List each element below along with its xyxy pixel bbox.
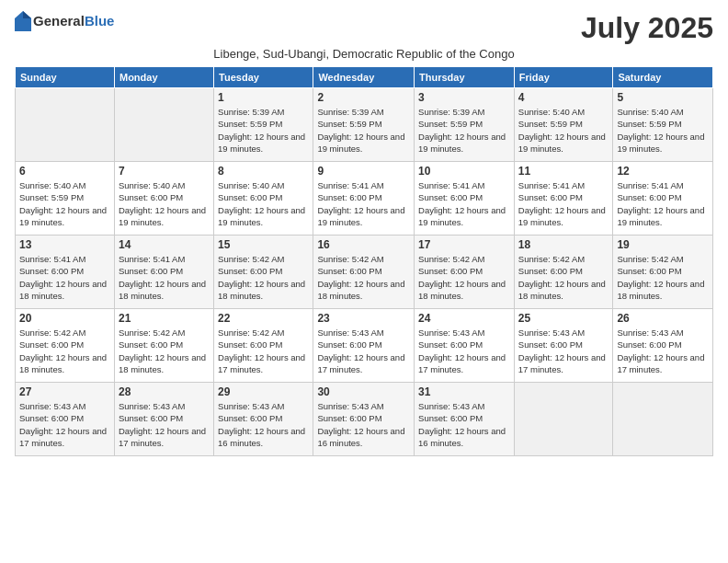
day-info: Sunrise: 5:41 AMSunset: 6:00 PMDaylight:… — [317, 179, 410, 228]
calendar-cell — [114, 88, 213, 162]
day-number: 16 — [317, 238, 410, 251]
calendar-cell: 12Sunrise: 5:41 AMSunset: 6:00 PMDayligh… — [613, 162, 713, 236]
day-info: Sunrise: 5:42 AMSunset: 6:00 PMDaylight:… — [218, 327, 309, 375]
calendar-cell: 25Sunrise: 5:43 AMSunset: 6:00 PMDayligh… — [514, 309, 613, 383]
day-info: Sunrise: 5:41 AMSunset: 6:00 PMDaylight:… — [518, 179, 609, 228]
calendar-cell: 19Sunrise: 5:42 AMSunset: 6:00 PMDayligh… — [613, 236, 713, 309]
day-number: 5 — [617, 91, 709, 104]
day-info: Sunrise: 5:43 AMSunset: 6:00 PMDaylight:… — [119, 400, 210, 449]
calendar-table: SundayMondayTuesdayWednesdayThursdayFrid… — [15, 66, 713, 456]
calendar-cell: 16Sunrise: 5:42 AMSunset: 6:00 PMDayligh… — [313, 236, 415, 309]
subtitle: Libenge, Sud-Ubangi, Democratic Republic… — [15, 47, 713, 61]
day-info: Sunrise: 5:42 AMSunset: 6:00 PMDaylight:… — [119, 327, 210, 375]
day-info: Sunrise: 5:41 AMSunset: 6:00 PMDaylight:… — [19, 253, 110, 302]
day-number: 11 — [518, 165, 609, 178]
calendar-cell: 7Sunrise: 5:40 AMSunset: 6:00 PMDaylight… — [114, 162, 213, 236]
logo: GeneralBlue — [15, 11, 114, 31]
weekday-header: Sunday — [16, 67, 115, 88]
calendar-cell — [514, 383, 613, 456]
calendar-cell: 22Sunrise: 5:42 AMSunset: 6:00 PMDayligh… — [214, 309, 313, 383]
svg-marker-1 — [23, 11, 31, 18]
calendar-cell: 9Sunrise: 5:41 AMSunset: 6:00 PMDaylight… — [313, 162, 415, 236]
calendar-cell: 2Sunrise: 5:39 AMSunset: 5:59 PMDaylight… — [313, 88, 415, 162]
day-number: 13 — [19, 238, 110, 251]
day-number: 4 — [518, 91, 609, 104]
day-number: 24 — [418, 312, 510, 325]
calendar-cell: 1Sunrise: 5:39 AMSunset: 5:59 PMDaylight… — [214, 88, 313, 162]
day-number: 23 — [317, 312, 410, 325]
calendar-week-row: 1Sunrise: 5:39 AMSunset: 5:59 PMDaylight… — [16, 88, 713, 162]
month-title: July 2025 — [581, 11, 713, 45]
day-info: Sunrise: 5:42 AMSunset: 6:00 PMDaylight:… — [19, 327, 110, 375]
day-number: 3 — [418, 91, 510, 104]
day-info: Sunrise: 5:40 AMSunset: 6:00 PMDaylight:… — [119, 179, 210, 228]
weekday-header: Saturday — [613, 67, 713, 88]
day-info: Sunrise: 5:43 AMSunset: 6:00 PMDaylight:… — [418, 400, 510, 449]
weekday-header: Thursday — [415, 67, 515, 88]
calendar-cell: 28Sunrise: 5:43 AMSunset: 6:00 PMDayligh… — [114, 383, 213, 456]
calendar-week-row: 20Sunrise: 5:42 AMSunset: 6:00 PMDayligh… — [16, 309, 713, 383]
calendar-cell: 3Sunrise: 5:39 AMSunset: 5:59 PMDaylight… — [415, 88, 515, 162]
day-info: Sunrise: 5:39 AMSunset: 5:59 PMDaylight:… — [317, 106, 410, 155]
day-info: Sunrise: 5:43 AMSunset: 6:00 PMDaylight:… — [617, 327, 709, 375]
day-number: 25 — [518, 312, 609, 325]
logo-blue: Blue — [85, 13, 115, 29]
day-number: 17 — [418, 238, 510, 251]
day-number: 29 — [218, 385, 309, 398]
day-info: Sunrise: 5:39 AMSunset: 5:59 PMDaylight:… — [418, 106, 510, 155]
day-info: Sunrise: 5:43 AMSunset: 6:00 PMDaylight:… — [418, 327, 510, 375]
day-info: Sunrise: 5:40 AMSunset: 5:59 PMDaylight:… — [518, 106, 609, 155]
calendar-cell: 15Sunrise: 5:42 AMSunset: 6:00 PMDayligh… — [214, 236, 313, 309]
calendar-week-row: 6Sunrise: 5:40 AMSunset: 5:59 PMDaylight… — [16, 162, 713, 236]
day-info: Sunrise: 5:43 AMSunset: 6:00 PMDaylight:… — [317, 400, 410, 449]
calendar-cell: 5Sunrise: 5:40 AMSunset: 5:59 PMDaylight… — [613, 88, 713, 162]
calendar-cell: 30Sunrise: 5:43 AMSunset: 6:00 PMDayligh… — [313, 383, 415, 456]
day-info: Sunrise: 5:43 AMSunset: 6:00 PMDaylight:… — [19, 400, 110, 449]
calendar-week-row: 13Sunrise: 5:41 AMSunset: 6:00 PMDayligh… — [16, 236, 713, 309]
day-info: Sunrise: 5:40 AMSunset: 5:59 PMDaylight:… — [617, 106, 709, 155]
day-number: 9 — [317, 165, 410, 178]
day-number: 19 — [617, 238, 709, 251]
day-info: Sunrise: 5:39 AMSunset: 5:59 PMDaylight:… — [218, 106, 309, 155]
day-number: 21 — [119, 312, 210, 325]
day-number: 15 — [218, 238, 309, 251]
day-info: Sunrise: 5:43 AMSunset: 6:00 PMDaylight:… — [317, 327, 410, 375]
calendar-cell: 27Sunrise: 5:43 AMSunset: 6:00 PMDayligh… — [16, 383, 115, 456]
day-number: 7 — [119, 165, 210, 178]
day-info: Sunrise: 5:43 AMSunset: 6:00 PMDaylight:… — [218, 400, 309, 449]
day-number: 31 — [418, 385, 510, 398]
calendar-cell: 26Sunrise: 5:43 AMSunset: 6:00 PMDayligh… — [613, 309, 713, 383]
header-top: GeneralBlue July 2025 — [15, 11, 713, 45]
day-number: 8 — [218, 165, 309, 178]
calendar-cell: 23Sunrise: 5:43 AMSunset: 6:00 PMDayligh… — [313, 309, 415, 383]
calendar-cell: 21Sunrise: 5:42 AMSunset: 6:00 PMDayligh… — [114, 309, 213, 383]
calendar-cell: 10Sunrise: 5:41 AMSunset: 6:00 PMDayligh… — [415, 162, 515, 236]
day-number: 20 — [19, 312, 110, 325]
calendar-cell — [16, 88, 115, 162]
day-number: 30 — [317, 385, 410, 398]
calendar-cell: 8Sunrise: 5:40 AMSunset: 6:00 PMDaylight… — [214, 162, 313, 236]
day-info: Sunrise: 5:41 AMSunset: 6:00 PMDaylight:… — [617, 179, 709, 228]
calendar-cell: 18Sunrise: 5:42 AMSunset: 6:00 PMDayligh… — [514, 236, 613, 309]
day-info: Sunrise: 5:41 AMSunset: 6:00 PMDaylight:… — [119, 253, 210, 302]
calendar-cell: 4Sunrise: 5:40 AMSunset: 5:59 PMDaylight… — [514, 88, 613, 162]
calendar-cell: 20Sunrise: 5:42 AMSunset: 6:00 PMDayligh… — [16, 309, 115, 383]
day-info: Sunrise: 5:43 AMSunset: 6:00 PMDaylight:… — [518, 327, 609, 375]
day-info: Sunrise: 5:41 AMSunset: 6:00 PMDaylight:… — [418, 179, 510, 228]
weekday-header: Tuesday — [214, 67, 313, 88]
day-number: 28 — [119, 385, 210, 398]
day-info: Sunrise: 5:40 AMSunset: 6:00 PMDaylight:… — [218, 179, 309, 228]
day-number: 27 — [19, 385, 110, 398]
day-number: 1 — [218, 91, 309, 104]
weekday-header: Monday — [114, 67, 213, 88]
weekday-header: Friday — [514, 67, 613, 88]
day-number: 12 — [617, 165, 709, 178]
logo-general: General — [33, 13, 85, 29]
day-number: 14 — [119, 238, 210, 251]
weekday-header: Wednesday — [313, 67, 415, 88]
day-info: Sunrise: 5:42 AMSunset: 6:00 PMDaylight:… — [418, 253, 510, 302]
calendar-cell: 31Sunrise: 5:43 AMSunset: 6:00 PMDayligh… — [415, 383, 515, 456]
calendar-cell: 6Sunrise: 5:40 AMSunset: 5:59 PMDaylight… — [16, 162, 115, 236]
day-info: Sunrise: 5:42 AMSunset: 6:00 PMDaylight:… — [218, 253, 309, 302]
calendar-cell: 24Sunrise: 5:43 AMSunset: 6:00 PMDayligh… — [415, 309, 515, 383]
